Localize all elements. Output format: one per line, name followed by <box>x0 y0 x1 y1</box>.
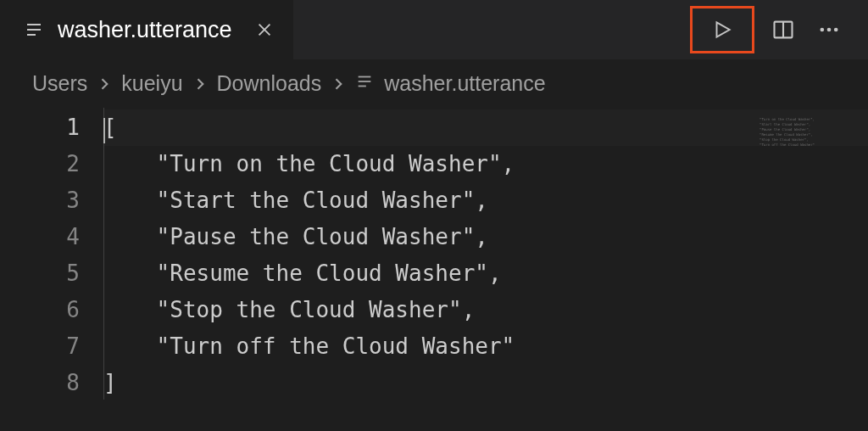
minimap[interactable]: "Turn on the Cloud Washer", "Start the C… <box>760 117 861 168</box>
run-button[interactable] <box>706 14 738 46</box>
line-number: 5 <box>66 255 80 292</box>
chevron-right-icon <box>192 76 209 92</box>
svg-point-10 <box>834 28 838 32</box>
svg-point-8 <box>821 28 825 32</box>
breadcrumb-segment[interactable]: kueiyu <box>121 71 182 96</box>
line-number: 1 <box>66 109 80 146</box>
line-number: 2 <box>66 146 80 182</box>
line-number: 7 <box>66 328 80 365</box>
file-icon <box>355 71 374 96</box>
line-number: 6 <box>66 292 80 328</box>
file-icon <box>24 20 44 40</box>
svg-point-9 <box>827 28 832 32</box>
code-line: "Pause the Cloud Washer", <box>103 219 868 255</box>
tab-actions <box>690 6 868 53</box>
code-line: ] <box>103 365 868 401</box>
line-number-gutter: 1 2 3 4 5 6 7 8 <box>0 108 103 401</box>
line-number: 8 <box>66 365 80 401</box>
more-actions-button[interactable] <box>812 13 846 47</box>
split-editor-button[interactable] <box>766 13 800 47</box>
breadcrumb-file[interactable]: washer.utterance <box>355 71 545 96</box>
run-button-highlight <box>690 6 754 53</box>
line-number: 4 <box>66 219 80 255</box>
code-line: "Turn on the Cloud Washer", <box>103 146 868 182</box>
chevron-right-icon <box>330 76 347 92</box>
chevron-right-icon <box>96 76 113 92</box>
code-content[interactable]: [ "Turn on the Cloud Washer", "Start the… <box>103 108 868 401</box>
close-icon[interactable] <box>253 18 276 42</box>
minimap-line: "Turn off the Cloud Washer" <box>760 143 861 148</box>
code-line: "Start the Cloud Washer", <box>103 182 868 219</box>
svg-marker-5 <box>717 22 730 36</box>
tab-bar: washer.utterance <box>0 0 868 59</box>
code-line: [ <box>103 109 868 146</box>
breadcrumb-filename: washer.utterance <box>384 71 545 96</box>
breadcrumb-segment[interactable]: Users <box>32 71 87 96</box>
editor-tab[interactable]: washer.utterance <box>0 0 293 59</box>
tab-filename: washer.utterance <box>58 17 232 43</box>
line-number: 3 <box>66 182 80 219</box>
text-cursor <box>103 118 105 143</box>
code-line: "Turn off the Cloud Washer" <box>103 328 868 365</box>
breadcrumb[interactable]: Users kueiyu Downloads washer.utterance <box>0 59 868 108</box>
code-line: "Resume the Cloud Washer", <box>103 255 868 292</box>
editor-area[interactable]: 1 2 3 4 5 6 7 8 [ "Turn on the Cloud Was… <box>0 108 868 401</box>
code-line: "Stop the Cloud Washer", <box>103 292 868 328</box>
indent-guide <box>103 108 104 400</box>
breadcrumb-segment[interactable]: Downloads <box>217 71 322 96</box>
